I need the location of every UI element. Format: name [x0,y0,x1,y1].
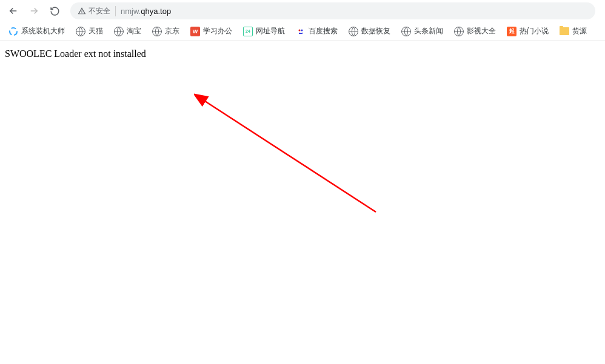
bookmark-icon: 24 [243,27,253,36]
forward-button[interactable] [25,2,42,19]
bookmark-item[interactable]: 起热门小说 [503,24,552,39]
bookmark-item[interactable]: 京东 [149,24,183,39]
reload-button[interactable] [46,2,63,19]
bookmark-icon [401,27,411,36]
bookmarks-bar: 系统装机大师天猫淘宝京东W学习办公24网址导航百度搜索数据恢复头条新闻影视大全起… [0,22,605,41]
url-text: nmjw.qhya.top [121,7,588,16]
bookmark-icon [560,27,569,36]
security-label: 不安全 [89,6,110,16]
address-bar[interactable]: 不安全 nmjw.qhya.top [70,2,595,19]
annotation-arrow [194,91,382,218]
page-content: SWOOLEC Loader ext not installed [0,41,605,67]
bookmark-item[interactable]: 头条新闻 [398,24,447,39]
bookmark-label: 网址导航 [256,26,285,36]
browser-toolbar: 不安全 nmjw.qhya.top [0,0,605,22]
bookmark-item[interactable]: W学习办公 [187,24,236,39]
bookmark-icon [76,27,85,36]
bookmark-item[interactable]: 数据恢复 [345,24,394,39]
bookmark-item[interactable]: 系统装机大师 [5,24,69,39]
bookmark-item[interactable]: 货源 [556,24,590,39]
bookmark-label: 天猫 [89,26,103,36]
bookmark-label: 百度搜索 [309,26,338,36]
bookmark-icon [454,27,464,36]
error-message: SWOOLEC Loader ext not installed [5,48,600,59]
svg-point-1 [299,29,301,31]
bookmark-item[interactable]: 影视大全 [450,24,500,39]
bookmark-icon [114,27,124,36]
bookmark-item[interactable]: 淘宝 [110,24,145,39]
bookmark-label: 系统装机大师 [21,26,65,36]
bookmark-icon [296,27,306,36]
bookmark-icon [152,27,162,36]
bookmark-icon [349,27,358,36]
bookmark-label: 头条新闻 [414,26,443,36]
bookmark-label: 货源 [572,26,587,36]
svg-point-0 [10,28,17,35]
bookmark-item[interactable]: 天猫 [72,24,107,39]
back-button[interactable] [5,2,22,19]
bookmark-icon: W [190,27,200,36]
bookmark-icon: 起 [507,27,516,36]
warning-icon [78,7,86,15]
security-badge[interactable]: 不安全 [78,6,116,16]
bookmark-label: 京东 [165,26,179,36]
svg-point-2 [301,29,303,31]
bookmark-label: 数据恢复 [361,26,390,36]
bookmark-icon [8,27,18,36]
bookmark-label: 热门小说 [520,26,549,36]
bookmark-label: 学习办公 [203,26,232,36]
bookmark-label: 影视大全 [467,26,496,36]
svg-line-4 [203,100,376,212]
bookmark-item[interactable]: 百度搜索 [292,24,341,39]
bookmark-item[interactable]: 24网址导航 [239,24,289,39]
bookmark-label: 淘宝 [127,26,141,36]
